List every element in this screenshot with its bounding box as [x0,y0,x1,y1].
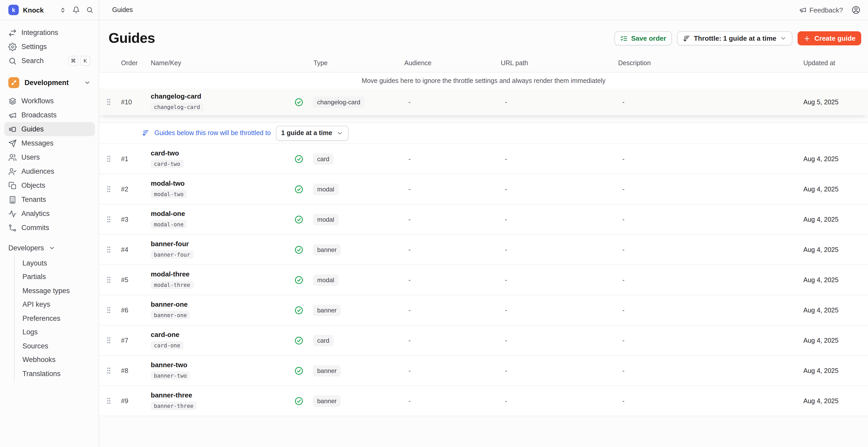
table-row: #3 modal-one modal-one modal - - - Aug 4… [99,204,868,234]
drag-handle[interactable] [104,397,117,405]
guide-name-link[interactable]: banner-one [151,301,284,309]
guide-name-link[interactable]: banner-four [151,241,284,248]
url-path-value: - [501,276,618,284]
table-row: #10 changelog-card changelog-card change… [99,89,868,115]
guide-key-chip: card-two [151,160,183,168]
page-title: Guides [108,30,155,46]
notifications-bell-icon[interactable] [72,6,80,13]
url-path-value: - [501,98,618,106]
save-order-button[interactable]: Save order [615,31,672,45]
sort-desc-icon [142,129,149,137]
sidebar-item-broadcasts[interactable]: Broadcasts [4,108,95,122]
guide-key-chip: modal-one [151,220,187,228]
description-value: - [618,307,798,314]
row-order: #3 [117,216,151,223]
sidebar-subitem[interactable]: API keys [14,297,99,311]
drag-handle[interactable] [104,367,117,375]
drag-handle[interactable] [104,215,117,223]
audience-value: - [404,397,501,405]
guide-name-link[interactable]: banner-three [151,392,284,400]
throttle-dropdown-button[interactable]: Throttle: 1 guide at a time [677,31,793,45]
chevron-down-icon [337,130,343,136]
workspace-switcher: k Knock [0,0,99,20]
sidebar-item-workflows[interactable]: Workflows [4,94,95,108]
guide-name-link[interactable]: card-one [151,331,284,339]
create-guide-button[interactable]: Create guide [798,31,862,45]
description-value: - [618,367,798,374]
drag-handle[interactable] [104,98,117,106]
description-value: - [618,155,798,162]
sidebar-subitem[interactable]: Translations [14,367,99,381]
sidebar-item-integrations[interactable]: Integrations [4,26,95,40]
type-badge: modal [313,183,338,195]
send-icon [8,139,17,147]
guide-name-link[interactable]: banner-two [151,361,284,369]
table-row: #7 card-one card-one card - - - Aug 4, 2… [99,325,868,355]
user-avatar-icon[interactable] [851,5,861,14]
sidebar-subitem[interactable]: Sources [14,339,99,353]
drag-handle[interactable] [104,185,117,193]
type-badge: banner [313,244,341,255]
guide-name-link[interactable]: modal-three [151,271,284,279]
list-checks-icon [620,35,627,42]
building-icon [8,195,17,204]
sidebar-subitem[interactable]: Preferences [14,311,99,325]
audience-value: - [404,98,501,106]
type-badge: modal [313,214,338,225]
status-check-icon [284,184,313,194]
app-window: k Knock Guides Feedback? [0,0,868,447]
developers-section-toggle[interactable]: Developers [4,241,95,255]
drag-handle[interactable] [104,155,117,163]
row-order: #10 [117,98,151,106]
environment-selector[interactable]: Development [4,74,95,90]
sidebar-subitem[interactable]: Logs [14,325,99,339]
audience-value: - [404,337,501,344]
updated-at-value: Aug 4, 2025 [798,155,847,162]
guide-key-chip: changelog-card [151,103,203,111]
drag-handle[interactable] [104,276,117,284]
sidebar-item-analytics[interactable]: Analytics [4,206,95,221]
sidebar-item-audiences[interactable]: Audiences [4,164,95,179]
table-row: #6 banner-one banner-one banner - - - Au… [99,295,868,325]
sidebar-subitem[interactable]: Webhooks [14,353,99,367]
user-check-icon [8,167,17,175]
column-header-url-path: URL path [501,60,618,67]
drag-handle[interactable] [104,246,117,254]
sidebar-subitem[interactable]: Message types [14,284,99,297]
row-order: #4 [117,246,151,253]
guide-key-chip: banner-one [151,311,190,319]
status-check-icon [284,275,313,285]
sidebar-item-messages[interactable]: Messages [4,136,95,150]
table-row: #1 card-two card-two card - - - Aug 4, 2… [99,143,868,174]
sidebar-item-settings[interactable]: Settings [4,40,95,54]
guide-name-link[interactable]: card-two [151,150,284,158]
sidebar-subitem[interactable]: Partials [14,270,99,284]
description-value: - [618,276,798,284]
description-value: - [618,337,798,344]
guide-name-link[interactable]: modal-one [151,210,284,218]
sidebar-subitem[interactable]: Layouts [14,256,99,270]
updated-at-value: Aug 4, 2025 [798,246,847,253]
sidebar-item-search[interactable]: Search ⌘ K [4,54,95,68]
workspace-expander-icon[interactable] [59,6,66,13]
sidebar-item-guides[interactable]: Guides [4,122,95,136]
status-check-icon [284,154,313,163]
drag-handle[interactable] [104,306,117,314]
topbar: k Knock Guides Feedback? [0,0,868,20]
throttle-amount-dropdown[interactable]: 1 guide at a time [276,125,348,140]
updated-at-value: Aug 4, 2025 [798,185,847,193]
drag-handle[interactable] [104,337,117,344]
description-value: - [618,185,798,193]
guide-name-link[interactable]: changelog-card [151,93,284,101]
sidebar-item-commits[interactable]: Commits [4,221,95,235]
guide-name-link[interactable]: modal-two [151,180,284,188]
megaphone-icon [8,111,17,119]
chevron-down-icon [49,244,56,251]
sidebar-item-objects[interactable]: Objects [4,179,95,192]
search-icon[interactable] [86,6,93,13]
row-order: #2 [117,185,151,193]
sidebar-item-tenants[interactable]: Tenants [4,192,95,206]
feedback-button[interactable]: Feedback? [799,6,843,14]
sidebar-item-users[interactable]: Users [4,150,95,164]
audience-value: - [404,307,501,314]
